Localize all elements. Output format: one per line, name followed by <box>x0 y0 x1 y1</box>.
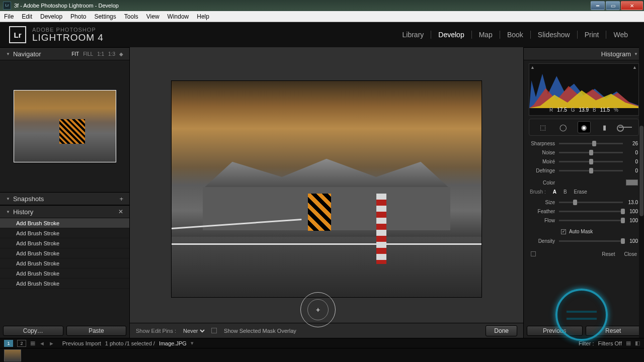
reset-brush-button[interactable]: Reset <box>602 251 615 257</box>
slider-value[interactable]: 100 <box>623 238 638 244</box>
clear-history-button[interactable]: ✕ <box>118 208 123 215</box>
window-maximize-button[interactable]: ▭ <box>606 1 620 10</box>
menu-edit[interactable]: Edit <box>18 13 36 20</box>
spot-removal-icon[interactable]: ◯ <box>557 121 570 133</box>
slider-value[interactable]: 0 <box>623 159 638 164</box>
module-slideshow[interactable]: Slideshow <box>530 31 577 39</box>
module-web[interactable]: Web <box>606 31 635 39</box>
slider-value[interactable]: 100 <box>623 218 638 223</box>
histogram-g-label: G <box>571 107 575 115</box>
history-item[interactable]: Add Brush Stroke <box>0 238 129 248</box>
shadow-clipping-icon[interactable]: ▲ <box>530 65 535 70</box>
develop-preview-image[interactable]: + <box>171 80 482 298</box>
window-close-button[interactable]: ✕ <box>621 1 643 10</box>
copy-button[interactable]: Copy… <box>3 326 63 336</box>
histogram-header[interactable]: Histogram ▼ <box>524 47 644 60</box>
paste-button[interactable]: Paste <box>66 326 127 336</box>
slider-track[interactable] <box>559 143 623 144</box>
zoom-fill[interactable]: FILL <box>83 51 93 57</box>
slider-value[interactable]: 13.0 <box>623 200 638 205</box>
add-snapshot-button[interactable]: + <box>119 195 123 203</box>
histogram-g-value: 13.9 <box>579 107 588 115</box>
history-header[interactable]: ▼ History ✕ <box>0 205 129 218</box>
zoom-menu-icon[interactable]: ◆ <box>119 51 123 57</box>
history-item[interactable]: Add Brush Stroke <box>0 248 129 258</box>
filter-switch-icon[interactable]: ◧ <box>635 340 640 346</box>
adjustment-brush-icon[interactable] <box>619 121 632 133</box>
mask-overlay-checkbox[interactable] <box>211 328 217 333</box>
previous-button[interactable]: Previous <box>527 326 583 336</box>
slider-track[interactable] <box>559 220 623 221</box>
history-item[interactable]: Add Brush Stroke <box>0 279 129 289</box>
menu-photo[interactable]: Photo <box>66 13 90 20</box>
menu-file[interactable]: File <box>0 13 18 20</box>
history-item[interactable]: Add Brush Stroke <box>0 218 129 228</box>
reset-button[interactable]: Reset <box>586 326 641 336</box>
module-book[interactable]: Book <box>500 31 530 39</box>
close-brush-button[interactable]: Close <box>624 251 637 257</box>
zoom-fit[interactable]: FIT <box>71 51 79 57</box>
automask-checkbox[interactable]: ✓ <box>561 229 566 234</box>
filmstrip-menu-icon[interactable]: ▾ <box>191 340 194 346</box>
zoom-1-1[interactable]: 1:1 <box>97 51 104 57</box>
nav-back-icon[interactable]: ◄ <box>39 340 45 346</box>
menu-window[interactable]: Window <box>164 13 193 20</box>
graduated-filter-icon[interactable]: ▮ <box>598 121 611 133</box>
slider-value[interactable]: 0 <box>623 168 638 173</box>
slider-value[interactable]: 26 <box>623 141 638 146</box>
window-minimize-button[interactable]: ━ <box>591 1 605 10</box>
disclosure-triangle-icon: ▼ <box>634 52 638 56</box>
nav-forward-icon[interactable]: ► <box>49 340 54 346</box>
histogram-b-value: 11.5 <box>600 107 610 115</box>
done-button[interactable]: Done <box>486 325 517 336</box>
menu-help[interactable]: Help <box>193 13 213 20</box>
lightroom-badge-icon: Lr <box>9 26 26 43</box>
slider-track[interactable] <box>559 170 623 171</box>
history-item[interactable]: Add Brush Stroke <box>0 258 129 268</box>
left-panel: ▼ Navigator FIT FILL 1:1 1:3 ◆ ▼ Snapsho… <box>0 47 130 338</box>
navigator-title: Navigator <box>13 50 41 58</box>
menu-tools[interactable]: Tools <box>120 13 142 20</box>
filter-lock-icon[interactable]: ▦ <box>626 340 631 346</box>
slider-label: Noise <box>530 150 559 155</box>
snapshots-header[interactable]: ▼ Snapshots + <box>0 192 129 205</box>
slider-value[interactable]: 0 <box>623 150 638 155</box>
slider-track[interactable] <box>559 152 623 153</box>
crop-tool-icon[interactable]: ⬚ <box>536 121 549 133</box>
module-library[interactable]: Library <box>395 31 431 39</box>
history-item[interactable]: Add Brush Stroke <box>0 268 129 279</box>
histogram-display[interactable]: ▲ ▲ R17.5 G13.9 B11.5 % <box>529 63 639 116</box>
navigator-preview[interactable] <box>0 60 129 192</box>
menu-settings[interactable]: Settings <box>90 13 120 20</box>
slider-track[interactable] <box>559 161 623 162</box>
filmstrip-source[interactable]: Previous Import <box>62 340 101 346</box>
module-print[interactable]: Print <box>577 31 606 39</box>
edit-pins-select[interactable]: Never <box>181 327 206 334</box>
monitor-2-button[interactable]: 2 <box>17 340 26 347</box>
brush-tab-erase[interactable]: Erase <box>574 189 587 195</box>
navigator-header[interactable]: ▼ Navigator FIT FILL 1:1 1:3 ◆ <box>0 47 129 60</box>
zoom-1-3[interactable]: 1:3 <box>108 51 115 57</box>
slider-track[interactable] <box>559 211 623 212</box>
module-develop[interactable]: Develop <box>431 31 471 39</box>
redeye-tool-icon[interactable]: ◉ <box>578 121 591 133</box>
filmstrip-thumbnail[interactable] <box>4 349 21 361</box>
history-item[interactable]: Add Brush Stroke <box>0 228 129 238</box>
monitor-1-button[interactable]: 1 <box>4 340 13 347</box>
brush-tab-b[interactable]: B <box>564 189 567 195</box>
grid-view-icon[interactable]: ▦ <box>30 340 35 346</box>
slider-value[interactable]: 100 <box>623 209 638 214</box>
slider-label: Flow <box>530 218 559 223</box>
menu-view[interactable]: View <box>142 13 164 20</box>
slider-track[interactable] <box>559 240 623 242</box>
right-panel-scrollbar[interactable] <box>639 47 644 338</box>
color-swatch[interactable] <box>626 179 638 186</box>
filter-select[interactable]: Filters Off <box>598 340 622 346</box>
brush-tab-a[interactable]: A <box>553 189 556 195</box>
module-map[interactable]: Map <box>471 31 500 39</box>
highlight-clipping-icon[interactable]: ▲ <box>632 65 637 70</box>
color-label: Color <box>530 180 559 186</box>
pin-toggle-icon[interactable] <box>531 251 536 256</box>
menu-develop[interactable]: Develop <box>36 13 66 20</box>
slider-track[interactable] <box>559 202 623 203</box>
